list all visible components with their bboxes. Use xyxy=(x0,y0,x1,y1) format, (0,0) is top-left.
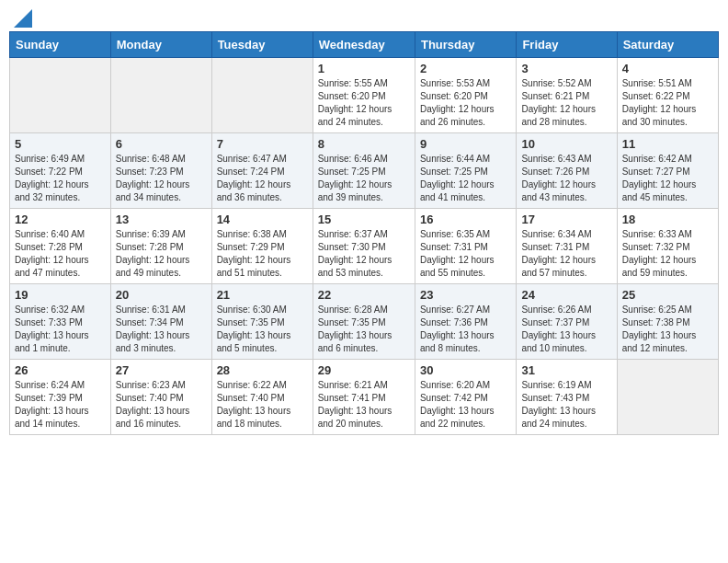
day-info: Sunrise: 6:23 AM Sunset: 7:40 PM Dayligh… xyxy=(116,379,207,431)
day-info: Sunrise: 6:20 AM Sunset: 7:42 PM Dayligh… xyxy=(420,379,511,431)
calendar-cell: 25Sunrise: 6:25 AM Sunset: 7:38 PM Dayli… xyxy=(617,284,718,360)
calendar-cell: 14Sunrise: 6:38 AM Sunset: 7:29 PM Dayli… xyxy=(211,209,313,284)
day-number: 28 xyxy=(217,363,308,377)
header-monday: Monday xyxy=(110,32,211,58)
day-info: Sunrise: 6:22 AM Sunset: 7:40 PM Dayligh… xyxy=(217,379,308,431)
day-number: 29 xyxy=(318,363,410,377)
calendar-table: SundayMondayTuesdayWednesdayThursdayFrid… xyxy=(9,31,719,435)
day-number: 30 xyxy=(420,363,511,377)
calendar-cell: 20Sunrise: 6:31 AM Sunset: 7:34 PM Dayli… xyxy=(110,284,211,360)
day-info: Sunrise: 6:47 AM Sunset: 7:24 PM Dayligh… xyxy=(217,153,308,204)
header-thursday: Thursday xyxy=(415,32,516,58)
day-info: Sunrise: 5:55 AM Sunset: 6:20 PM Dayligh… xyxy=(318,77,410,129)
day-number: 3 xyxy=(521,62,611,75)
day-number: 19 xyxy=(15,288,106,302)
header-sunday: Sunday xyxy=(10,32,111,58)
calendar-cell: 5Sunrise: 6:49 AM Sunset: 7:22 PM Daylig… xyxy=(10,133,111,209)
day-number: 16 xyxy=(420,213,511,226)
day-info: Sunrise: 6:32 AM Sunset: 7:33 PM Dayligh… xyxy=(15,304,106,355)
day-info: Sunrise: 6:26 AM Sunset: 7:37 PM Dayligh… xyxy=(521,304,611,355)
calendar-cell: 13Sunrise: 6:39 AM Sunset: 7:28 PM Dayli… xyxy=(110,209,211,284)
day-info: Sunrise: 5:52 AM Sunset: 6:21 PM Dayligh… xyxy=(521,77,611,129)
calendar-header-row: SundayMondayTuesdayWednesdayThursdayFrid… xyxy=(10,32,719,58)
calendar-cell: 2Sunrise: 5:53 AM Sunset: 6:20 PM Daylig… xyxy=(415,58,516,133)
day-number: 13 xyxy=(116,213,207,226)
week-row-3: 19Sunrise: 6:32 AM Sunset: 7:33 PM Dayli… xyxy=(10,284,719,360)
day-info: Sunrise: 6:30 AM Sunset: 7:35 PM Dayligh… xyxy=(217,304,308,355)
day-number: 31 xyxy=(521,363,611,377)
week-row-0: 1Sunrise: 5:55 AM Sunset: 6:20 PM Daylig… xyxy=(10,58,719,133)
week-row-4: 26Sunrise: 6:24 AM Sunset: 7:39 PM Dayli… xyxy=(10,360,719,435)
day-info: Sunrise: 6:43 AM Sunset: 7:26 PM Dayligh… xyxy=(521,153,611,204)
day-number: 6 xyxy=(116,137,207,151)
day-number: 17 xyxy=(521,213,611,226)
day-info: Sunrise: 6:40 AM Sunset: 7:28 PM Dayligh… xyxy=(15,228,106,280)
day-info: Sunrise: 6:46 AM Sunset: 7:25 PM Dayligh… xyxy=(318,153,410,204)
day-number: 8 xyxy=(318,137,410,151)
day-info: Sunrise: 6:25 AM Sunset: 7:38 PM Dayligh… xyxy=(622,304,713,355)
day-number: 21 xyxy=(217,288,308,302)
header-wednesday: Wednesday xyxy=(313,32,415,58)
calendar-cell: 11Sunrise: 6:42 AM Sunset: 7:27 PM Dayli… xyxy=(617,133,718,209)
day-number: 24 xyxy=(521,288,611,302)
svg-marker-0 xyxy=(14,9,32,28)
day-info: Sunrise: 6:19 AM Sunset: 7:43 PM Dayligh… xyxy=(521,379,611,431)
calendar-cell: 19Sunrise: 6:32 AM Sunset: 7:33 PM Dayli… xyxy=(10,284,111,360)
calendar-cell: 29Sunrise: 6:21 AM Sunset: 7:41 PM Dayli… xyxy=(313,360,415,435)
day-number: 12 xyxy=(15,213,106,226)
day-number: 25 xyxy=(622,288,713,302)
day-number: 23 xyxy=(420,288,511,302)
calendar-cell: 30Sunrise: 6:20 AM Sunset: 7:42 PM Dayli… xyxy=(415,360,516,435)
day-info: Sunrise: 6:27 AM Sunset: 7:36 PM Dayligh… xyxy=(420,304,511,355)
page-header xyxy=(9,9,719,24)
day-info: Sunrise: 6:33 AM Sunset: 7:32 PM Dayligh… xyxy=(622,228,713,280)
day-number: 20 xyxy=(116,288,207,302)
logo xyxy=(13,9,32,24)
day-info: Sunrise: 6:39 AM Sunset: 7:28 PM Dayligh… xyxy=(116,228,207,280)
calendar-cell: 8Sunrise: 6:46 AM Sunset: 7:25 PM Daylig… xyxy=(313,133,415,209)
day-info: Sunrise: 6:42 AM Sunset: 7:27 PM Dayligh… xyxy=(622,153,713,204)
calendar-cell: 12Sunrise: 6:40 AM Sunset: 7:28 PM Dayli… xyxy=(10,209,111,284)
calendar-cell xyxy=(110,58,211,133)
day-info: Sunrise: 5:51 AM Sunset: 6:22 PM Dayligh… xyxy=(622,77,713,129)
day-info: Sunrise: 6:38 AM Sunset: 7:29 PM Dayligh… xyxy=(217,228,308,280)
calendar-cell: 1Sunrise: 5:55 AM Sunset: 6:20 PM Daylig… xyxy=(313,58,415,133)
day-number: 26 xyxy=(15,363,106,377)
day-number: 27 xyxy=(116,363,207,377)
calendar-cell: 7Sunrise: 6:47 AM Sunset: 7:24 PM Daylig… xyxy=(211,133,313,209)
day-number: 5 xyxy=(15,137,106,151)
day-info: Sunrise: 6:34 AM Sunset: 7:31 PM Dayligh… xyxy=(521,228,611,280)
calendar-cell xyxy=(211,58,313,133)
calendar-cell: 4Sunrise: 5:51 AM Sunset: 6:22 PM Daylig… xyxy=(617,58,718,133)
day-number: 9 xyxy=(420,137,511,151)
week-row-1: 5Sunrise: 6:49 AM Sunset: 7:22 PM Daylig… xyxy=(10,133,719,209)
day-number: 15 xyxy=(318,213,410,226)
calendar-cell: 16Sunrise: 6:35 AM Sunset: 7:31 PM Dayli… xyxy=(415,209,516,284)
calendar-cell: 15Sunrise: 6:37 AM Sunset: 7:30 PM Dayli… xyxy=(313,209,415,284)
calendar-cell: 21Sunrise: 6:30 AM Sunset: 7:35 PM Dayli… xyxy=(211,284,313,360)
day-number: 1 xyxy=(318,62,410,75)
calendar-cell xyxy=(10,58,111,133)
calendar-cell: 17Sunrise: 6:34 AM Sunset: 7:31 PM Dayli… xyxy=(517,209,617,284)
day-info: Sunrise: 6:37 AM Sunset: 7:30 PM Dayligh… xyxy=(318,228,410,280)
calendar-cell: 23Sunrise: 6:27 AM Sunset: 7:36 PM Dayli… xyxy=(415,284,516,360)
day-info: Sunrise: 6:35 AM Sunset: 7:31 PM Dayligh… xyxy=(420,228,511,280)
logo-icon xyxy=(14,9,32,28)
header-tuesday: Tuesday xyxy=(211,32,313,58)
calendar-cell: 28Sunrise: 6:22 AM Sunset: 7:40 PM Dayli… xyxy=(211,360,313,435)
week-row-2: 12Sunrise: 6:40 AM Sunset: 7:28 PM Dayli… xyxy=(10,209,719,284)
header-saturday: Saturday xyxy=(617,32,718,58)
day-number: 10 xyxy=(521,137,611,151)
calendar-cell: 18Sunrise: 6:33 AM Sunset: 7:32 PM Dayli… xyxy=(617,209,718,284)
calendar-cell: 26Sunrise: 6:24 AM Sunset: 7:39 PM Dayli… xyxy=(10,360,111,435)
calendar-body: 1Sunrise: 5:55 AM Sunset: 6:20 PM Daylig… xyxy=(10,58,719,435)
calendar-cell: 27Sunrise: 6:23 AM Sunset: 7:40 PM Dayli… xyxy=(110,360,211,435)
calendar-cell: 24Sunrise: 6:26 AM Sunset: 7:37 PM Dayli… xyxy=(517,284,617,360)
day-info: Sunrise: 6:21 AM Sunset: 7:41 PM Dayligh… xyxy=(318,379,410,431)
day-number: 18 xyxy=(622,213,713,226)
calendar-cell xyxy=(617,360,718,435)
calendar-cell: 3Sunrise: 5:52 AM Sunset: 6:21 PM Daylig… xyxy=(517,58,617,133)
day-number: 2 xyxy=(420,62,511,75)
day-info: Sunrise: 6:49 AM Sunset: 7:22 PM Dayligh… xyxy=(15,153,106,204)
day-info: Sunrise: 5:53 AM Sunset: 6:20 PM Dayligh… xyxy=(420,77,511,129)
